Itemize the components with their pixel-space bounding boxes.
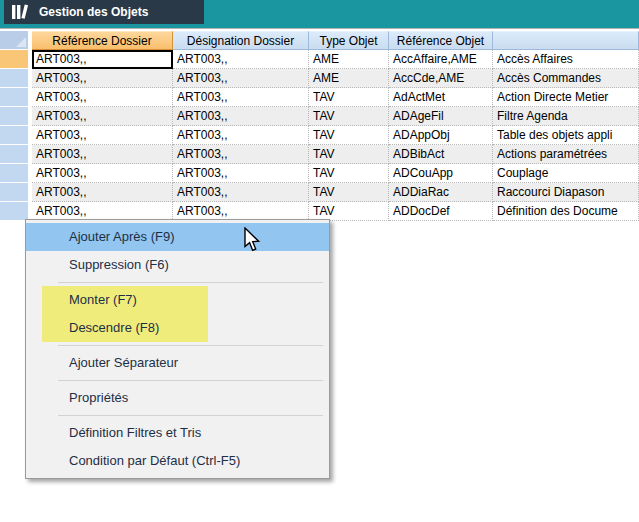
panel-title-tab: Gestion des Objets <box>4 0 204 24</box>
row-selector[interactable] <box>0 145 30 164</box>
cell[interactable]: ART003,, <box>173 88 309 107</box>
table-row: ART003,,ART003,,AMEAccCde,AMEAccès Comma… <box>0 69 639 88</box>
cell[interactable]: Accès Affaires <box>493 50 639 69</box>
column-header-d-signation-dossier[interactable]: Désignation Dossier <box>173 31 309 50</box>
column-header-r-f-rence-objet[interactable]: Référence Objet <box>389 31 493 50</box>
gestion-des-objets-window: Gestion des Objets Référence DossierDési… <box>0 0 639 522</box>
cell[interactable]: AME <box>309 69 389 88</box>
column-header-type-objet[interactable]: Type Objet <box>309 31 389 50</box>
cell[interactable]: ART003,, <box>32 69 173 88</box>
row-selector[interactable] <box>0 107 30 126</box>
window-title: Gestion des Objets <box>39 5 148 19</box>
cell[interactable]: ADAppObj <box>389 126 493 145</box>
cell[interactable]: ART003,, <box>32 107 173 126</box>
menu-separator <box>58 380 323 381</box>
cell[interactable]: ART003,, <box>173 69 309 88</box>
menu-item-suppression-f6[interactable]: Suppression (F6) <box>26 251 329 279</box>
cell[interactable]: ART003,, <box>32 126 173 145</box>
cell[interactable]: ART003,, <box>173 145 309 164</box>
cell[interactable]: ART003,, <box>173 126 309 145</box>
menu-item-propri-t-s[interactable]: Propriétés <box>26 384 329 412</box>
table-row: ART003,,ART003,,AMEAccAffaire,AMEAccès A… <box>0 50 639 69</box>
row-selector[interactable] <box>0 126 30 145</box>
cell[interactable]: ART003,, <box>173 50 309 69</box>
cell[interactable]: ART003,, <box>32 145 173 164</box>
cell[interactable]: ADDiaRac <box>389 183 493 202</box>
row-selector[interactable] <box>0 88 30 107</box>
cell[interactable]: TAV <box>309 183 389 202</box>
table-row: ART003,,ART003,,TAVADAppObjTable des obj… <box>0 126 639 145</box>
objects-table: Référence DossierDésignation DossierType… <box>0 31 639 221</box>
cell[interactable]: ART003,, <box>173 164 309 183</box>
menu-item-ajouter-apr-s-f9[interactable]: Ajouter Après (F9) <box>26 223 329 251</box>
cell[interactable]: ADCouApp <box>389 164 493 183</box>
library-books-icon <box>11 3 31 21</box>
cell[interactable]: ART003,, <box>32 183 173 202</box>
table-header-row: Référence DossierDésignation DossierType… <box>0 31 639 50</box>
cell[interactable]: Action Directe Metier <box>493 88 639 107</box>
row-selector[interactable] <box>0 50 30 69</box>
menu-item-descendre-f8[interactable]: Descendre (F8) <box>26 314 329 342</box>
cell[interactable]: TAV <box>309 88 389 107</box>
row-selector[interactable] <box>0 69 30 88</box>
cell[interactable]: ADBibAct <box>389 145 493 164</box>
menu-item-d-finition-filtres-et-tris[interactable]: Définition Filtres et Tris <box>26 419 329 447</box>
cell[interactable]: AdActMet <box>389 88 493 107</box>
table-row: ART003,,ART003,,TAVAdActMetAction Direct… <box>0 88 639 107</box>
menu-item-monter-f7[interactable]: Monter (F7) <box>26 286 329 314</box>
column-header-r-f-rence-dossier[interactable]: Référence Dossier <box>32 31 173 50</box>
cell[interactable]: Accès Commandes <box>493 69 639 88</box>
cell[interactable]: AccAffaire,AME <box>389 50 493 69</box>
cell[interactable]: TAV <box>309 107 389 126</box>
panel-titlebar: Gestion des Objets <box>0 0 639 29</box>
menu-separator <box>58 345 323 346</box>
table-row: ART003,,ART003,,TAVADCouAppCouplage <box>0 164 639 183</box>
cell[interactable]: AME <box>309 50 389 69</box>
cell[interactable]: Définition des Docume <box>493 202 639 221</box>
cell[interactable]: ART003,, <box>173 107 309 126</box>
cell[interactable]: ART003,, <box>32 88 173 107</box>
cell[interactable]: Actions paramétrées <box>493 145 639 164</box>
mouse-cursor-icon <box>243 227 263 253</box>
cell[interactable]: TAV <box>309 145 389 164</box>
cell[interactable]: ART003,, <box>173 183 309 202</box>
row-selector[interactable] <box>0 183 30 202</box>
cell[interactable]: AccCde,AME <box>389 69 493 88</box>
cell[interactable]: ADDocDef <box>389 202 493 221</box>
cell[interactable]: TAV <box>309 164 389 183</box>
row-selector[interactable] <box>0 164 30 183</box>
table-row: ART003,,ART003,,TAVADAgeFilFiltre Agenda <box>0 107 639 126</box>
menu-separator <box>58 282 323 283</box>
corner-triangle-icon <box>16 37 26 47</box>
menu-separator <box>58 415 323 416</box>
cell[interactable]: Table des objets appli <box>493 126 639 145</box>
cell[interactable]: ART003,, <box>32 50 173 69</box>
cell[interactable]: Filtre Agenda <box>493 107 639 126</box>
cell[interactable]: Raccourci Diapason <box>493 183 639 202</box>
column-header-blank[interactable] <box>493 31 639 50</box>
cell[interactable]: ADAgeFil <box>389 107 493 126</box>
menu-item-ajouter-s-parateur[interactable]: Ajouter Séparateur <box>26 349 329 377</box>
cell[interactable]: ART003,, <box>32 164 173 183</box>
table-row: ART003,,ART003,,TAVADBibActActions param… <box>0 145 639 164</box>
cell[interactable]: TAV <box>309 126 389 145</box>
cell[interactable]: Couplage <box>493 164 639 183</box>
select-all-corner[interactable] <box>0 31 30 50</box>
menu-item-condition-par-d-faut-ctrl-f5[interactable]: Condition par Défaut (Ctrl-F5) <box>26 447 329 475</box>
context-menu: Ajouter Après (F9)Suppression (F6)Monter… <box>25 219 330 479</box>
table-row: ART003,,ART003,,TAVADDiaRacRaccourci Dia… <box>0 183 639 202</box>
